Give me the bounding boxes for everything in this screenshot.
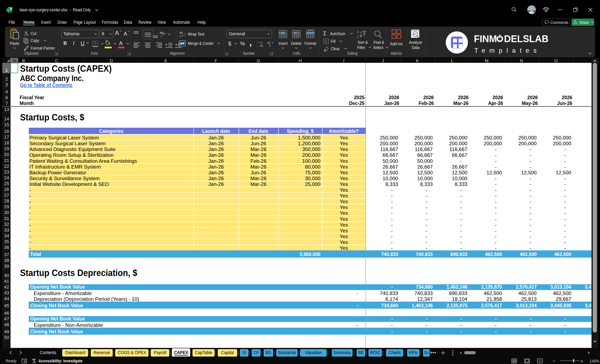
svg-text:x: x <box>7 9 9 12</box>
svg-text:c: c <box>179 34 181 38</box>
svg-text:ab: ab <box>159 31 163 35</box>
svg-text:.00: .00 <box>259 44 263 47</box>
svg-text:0: 0 <box>261 41 262 45</box>
svg-text:Z: Z <box>357 35 359 39</box>
svg-text:A: A <box>357 30 359 34</box>
svg-text:0: 0 <box>269 44 271 47</box>
svg-text:.00: .00 <box>267 41 271 45</box>
svg-text:ab: ab <box>179 31 183 34</box>
